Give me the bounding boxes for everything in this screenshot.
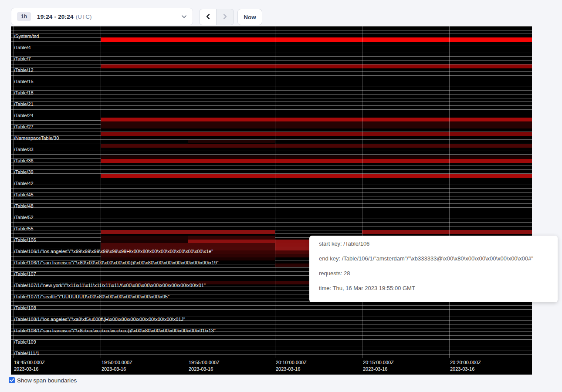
- key-row-label: /Table/42: [14, 181, 34, 186]
- show-span-boundaries-checkbox[interactable]: [9, 377, 15, 383]
- x-axis-tick: 20:15:00.000Z2023-03-16: [363, 359, 394, 372]
- tick-date: 2023-03-16: [276, 366, 307, 372]
- tick-time: 20:15:00.000Z: [363, 359, 394, 366]
- footer: Show span boundaries: [9, 377, 77, 384]
- tooltip-requests: requests: 28: [319, 270, 548, 277]
- chevron-left-icon: [205, 14, 211, 21]
- x-axis-tick: 19:50:00.000Z2023-03-16: [102, 359, 132, 372]
- key-row-label: /Table/111/1: [14, 351, 39, 356]
- time-range-selector[interactable]: 1h 19:24 - 20:24 (UTC): [11, 8, 193, 25]
- range-duration-badge: 1h: [17, 12, 31, 21]
- key-row-label: /System/tsd: [14, 34, 39, 39]
- key-visualizer-page: 1h 19:24 - 20:24 (UTC) Now /System/tsd/T…: [0, 0, 562, 392]
- tooltip-end-key: end key: /Table/106/1/"amsterdam"/"\xb33…: [319, 256, 548, 262]
- tick-date: 2023-03-16: [363, 366, 394, 372]
- tick-time: 19:50:00.000Z: [102, 359, 132, 366]
- next-range-button[interactable]: [217, 9, 234, 25]
- key-row-label: /Table/48: [14, 203, 34, 209]
- key-row-label: /Table/36: [14, 158, 34, 164]
- tick-date: 2023-03-16: [450, 366, 481, 372]
- chevron-right-icon: [222, 14, 228, 21]
- key-row-label: /Table/106: [14, 237, 36, 243]
- key-row-label: /Table/106/1/"san francisco"/"\x80\x00\x…: [14, 260, 219, 266]
- check-icon: [10, 376, 14, 384]
- tick-date: 2023-03-16: [14, 366, 45, 372]
- range-timezone: (UTC): [76, 14, 92, 20]
- tooltip-start-key: start key: /Table/106: [319, 241, 548, 247]
- key-row-label: /Table/27: [14, 124, 34, 130]
- x-axis-tick: 19:45:00.000Z2023-03-16: [14, 359, 45, 372]
- key-visualizer-canvas[interactable]: /System/tsd/Table/4/Table/7/Table/12/Tab…: [11, 26, 532, 375]
- tick-date: 2023-03-16: [102, 366, 132, 372]
- key-row-label: /Table/7: [14, 56, 31, 62]
- key-row-label: /Table/12: [14, 68, 34, 73]
- bucket-tooltip: start key: /Table/106 end key: /Table/10…: [309, 236, 558, 302]
- key-row-label: /Table/21: [14, 101, 34, 107]
- now-button[interactable]: Now: [237, 9, 262, 25]
- tick-time: 20:10:00.000Z: [276, 359, 307, 366]
- key-row-label: /Table/15: [14, 79, 34, 84]
- chevron-down-icon: [182, 15, 186, 18]
- key-row-label: /Table/45: [14, 192, 34, 198]
- tick-time: 19:55:00.000Z: [189, 359, 220, 366]
- show-span-boundaries-label: Show span boundaries: [17, 377, 77, 384]
- key-row-label: /Table/39: [14, 169, 34, 175]
- key-row-label: /Table/107: [14, 271, 36, 277]
- key-row-label: /Table/24: [14, 113, 34, 118]
- tick-time: 20:20:00.000Z: [450, 359, 481, 366]
- x-axis: 19:45:00.000Z2023-03-1619:50:00.000Z2023…: [11, 358, 532, 375]
- key-row-label: /Table/108/1/"san francisco"/"\x8c\xcc\x…: [14, 328, 216, 334]
- key-row-label: /Table/55: [14, 226, 34, 232]
- x-axis-tick: 20:10:00.000Z2023-03-16: [276, 359, 307, 372]
- key-row-label: /Table/106/1/"los angeles"/"\x99\x99\x99…: [14, 249, 213, 254]
- key-row-label: /Table/33: [14, 147, 34, 152]
- tooltip-time: time: Thu, 16 Mar 2023 19:55:00 GMT: [319, 285, 548, 291]
- time-nav-group: [199, 9, 234, 25]
- tick-date: 2023-03-16: [189, 366, 220, 372]
- key-row-label: /Table/107/1/"new york"/"\x11\x11\x11\x1…: [14, 283, 206, 288]
- key-row-label: /Table/108/1/"los angeles"/"\xa8\xf5\u00…: [14, 317, 185, 322]
- x-axis-tick: 20:20:00.000Z2023-03-16: [450, 359, 481, 372]
- x-axis-tick: 19:55:00.000Z2023-03-16: [189, 359, 220, 372]
- key-row-label: /Table/107/1/"seattle"/"UUUUUUD\x00\x80\…: [14, 294, 169, 300]
- key-row-label: /Table/52: [14, 215, 34, 220]
- key-labels: /System/tsd/Table/4/Table/7/Table/12/Tab…: [11, 26, 532, 358]
- prev-range-button[interactable]: [199, 9, 217, 25]
- key-row-label: /NamespaceTable/30: [14, 135, 59, 141]
- range-text: 19:24 - 20:24: [37, 14, 74, 20]
- key-row-label: /Table/108: [14, 305, 36, 311]
- key-row-label: /Table/4: [14, 45, 31, 51]
- key-row-label: /Table/18: [14, 90, 34, 96]
- tick-time: 19:45:00.000Z: [14, 359, 45, 366]
- key-row-label: /Table/109: [14, 339, 36, 345]
